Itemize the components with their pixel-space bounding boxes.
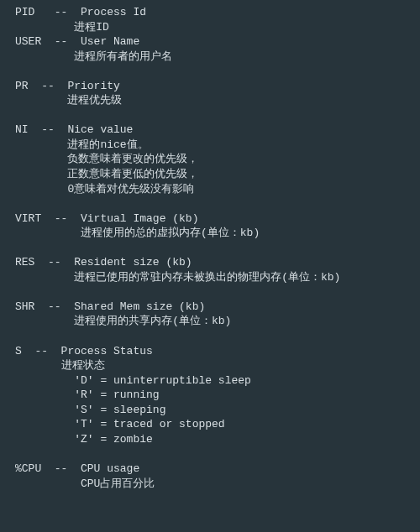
blank-line: [15, 284, 420, 300]
entry-line: 'T' = traced or stopped: [15, 417, 420, 432]
entry-line: 进程ID: [15, 20, 420, 35]
blank-line: [15, 108, 420, 123]
entry-line: 进程所有者的用户名: [15, 50, 420, 65]
blank-line: [15, 329, 420, 344]
entry-header: VIRT -- Virtual Image (kb): [15, 211, 420, 227]
entry-header: SHR -- Shared Mem size (kb): [15, 300, 420, 315]
content-block: PID -- Process Id 进程IDUSER -- User Name …: [15, 5, 420, 491]
entry-line: 进程已使用的常驻内存未被换出的物理内存(单位：kb): [15, 270, 420, 285]
entry-line: 0意味着对优先级没有影响: [15, 182, 420, 197]
blank-line: [15, 446, 420, 462]
entry-line: 正数意味着更低的优先级，: [15, 167, 420, 182]
entry-line: 进程的nice值。: [15, 138, 420, 153]
entry-header: RES -- Resident size (kb): [15, 255, 420, 270]
blank-line: [15, 196, 420, 211]
entry-line: 进程使用的共享内存(单位：kb): [15, 314, 420, 329]
entry-header: PR -- Priority: [15, 79, 420, 94]
entry-line: 进程状态: [15, 358, 420, 373]
blank-line: [15, 241, 420, 256]
entry-line: 'S' = sleeping: [15, 403, 420, 418]
entry-header: PID -- Process Id: [15, 5, 420, 20]
entry-line: CPU占用百分比: [15, 477, 420, 492]
entry-line: 进程优先级: [15, 93, 420, 108]
entry-line: 进程使用的总的虚拟内存(单位：kb): [15, 226, 420, 241]
entry-header: USER -- User Name: [15, 34, 420, 50]
entry-line: 'R' = running: [15, 388, 420, 403]
entry-line: 'Z' = zombie: [15, 432, 420, 447]
blank-line: [15, 64, 420, 79]
entry-header: S -- Process Status: [15, 344, 420, 359]
entry-header: %CPU -- CPU usage: [15, 462, 420, 477]
entry-line: 负数意味着更改的优先级，: [15, 152, 420, 167]
entry-line: 'D' = uninterruptible sleep: [15, 373, 420, 389]
documentation-pane: PID -- Process Id 进程IDUSER -- User Name …: [0, 0, 420, 496]
entry-header: NI -- Nice value: [15, 123, 420, 138]
